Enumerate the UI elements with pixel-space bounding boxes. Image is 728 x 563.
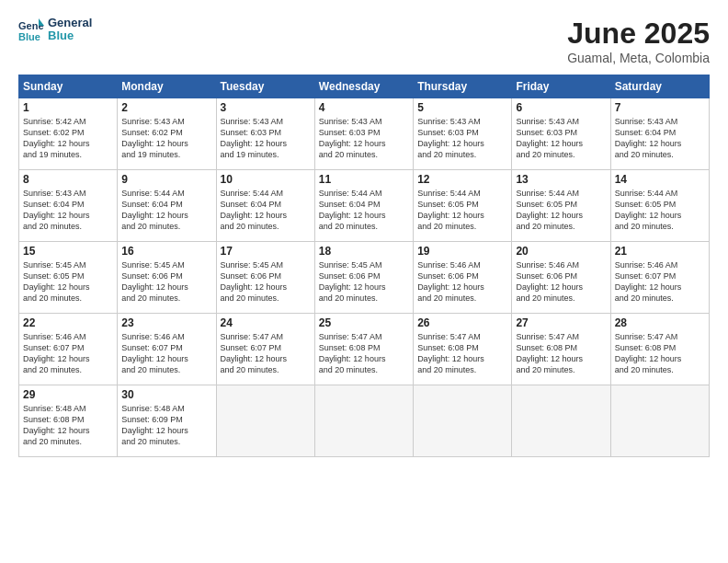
calendar-cell: 19Sunrise: 5:46 AMSunset: 6:06 PMDayligh… [414,242,512,314]
cell-daylight-text: Sunrise: 5:44 AMSunset: 6:05 PMDaylight:… [417,188,507,233]
calendar-cell: 3Sunrise: 5:43 AMSunset: 6:03 PMDaylight… [216,98,314,170]
cell-daylight-text: Sunrise: 5:44 AMSunset: 6:05 PMDaylight:… [615,188,705,233]
calendar-cell: 13Sunrise: 5:44 AMSunset: 6:05 PMDayligh… [512,170,610,242]
cell-daylight-text: Sunrise: 5:48 AMSunset: 6:09 PMDaylight:… [121,403,211,448]
day-number: 15 [23,245,113,258]
calendar-cell: 9Sunrise: 5:44 AMSunset: 6:04 PMDaylight… [118,170,216,242]
day-number: 25 [319,316,409,329]
calendar-cell: 6Sunrise: 5:43 AMSunset: 6:03 PMDaylight… [512,98,610,170]
day-number: 2 [121,101,211,114]
calendar-cell: 26Sunrise: 5:47 AMSunset: 6:08 PMDayligh… [414,314,512,385]
cell-daylight-text: Sunrise: 5:45 AMSunset: 6:06 PMDaylight:… [221,259,311,304]
day-number: 14 [615,173,705,186]
day-number: 23 [121,316,211,329]
calendar-week-row: 15Sunrise: 5:45 AMSunset: 6:05 PMDayligh… [19,242,710,314]
day-number: 21 [615,245,705,258]
logo-icon: General Blue [18,17,44,42]
day-number: 29 [23,388,113,401]
cell-daylight-text: Sunrise: 5:47 AMSunset: 6:08 PMDaylight:… [516,331,606,376]
calendar-week-row: 8Sunrise: 5:43 AMSunset: 6:04 PMDaylight… [19,170,710,242]
cell-daylight-text: Sunrise: 5:45 AMSunset: 6:06 PMDaylight:… [319,259,409,304]
cell-daylight-text: Sunrise: 5:46 AMSunset: 6:06 PMDaylight:… [516,259,606,304]
logo-line1: General [48,17,92,29]
cell-daylight-text: Sunrise: 5:46 AMSunset: 6:06 PMDaylight:… [417,259,507,304]
calendar-week-row: 1Sunrise: 5:42 AMSunset: 6:02 PMDaylight… [19,98,710,170]
day-number: 30 [121,388,211,401]
day-number: 27 [516,316,606,329]
day-number: 22 [23,316,113,329]
cell-daylight-text: Sunrise: 5:47 AMSunset: 6:07 PMDaylight:… [221,331,311,376]
cell-daylight-text: Sunrise: 5:47 AMSunset: 6:08 PMDaylight:… [319,331,409,376]
cell-daylight-text: Sunrise: 5:46 AMSunset: 6:07 PMDaylight:… [121,331,211,376]
weekday-header-cell: Tuesday [216,75,314,98]
weekday-header-cell: Friday [512,75,610,98]
calendar-week-row: 22Sunrise: 5:46 AMSunset: 6:07 PMDayligh… [19,314,710,385]
cell-daylight-text: Sunrise: 5:47 AMSunset: 6:08 PMDaylight:… [615,331,705,376]
calendar-cell: 11Sunrise: 5:44 AMSunset: 6:04 PMDayligh… [314,170,413,242]
calendar-cell: 30Sunrise: 5:48 AMSunset: 6:09 PMDayligh… [118,385,216,457]
weekday-header-cell: Thursday [414,75,512,98]
cell-daylight-text: Sunrise: 5:42 AMSunset: 6:02 PMDaylight:… [23,116,113,161]
weekday-header-cell: Sunday [19,75,118,98]
calendar-cell: 29Sunrise: 5:48 AMSunset: 6:08 PMDayligh… [19,385,118,457]
cell-daylight-text: Sunrise: 5:43 AMSunset: 6:02 PMDaylight:… [121,116,211,161]
day-number: 12 [417,173,507,186]
day-number: 19 [417,245,507,258]
calendar-cell: 20Sunrise: 5:46 AMSunset: 6:06 PMDayligh… [512,242,610,314]
calendar-cell: 22Sunrise: 5:46 AMSunset: 6:07 PMDayligh… [19,314,118,385]
calendar-cell: 25Sunrise: 5:47 AMSunset: 6:08 PMDayligh… [314,314,413,385]
day-number: 10 [221,173,311,186]
day-number: 7 [615,101,705,114]
calendar-cell: 2Sunrise: 5:43 AMSunset: 6:02 PMDaylight… [118,98,216,170]
day-number: 11 [319,173,409,186]
day-number: 17 [221,245,311,258]
day-number: 28 [615,316,705,329]
cell-daylight-text: Sunrise: 5:44 AMSunset: 6:04 PMDaylight:… [121,188,211,233]
calendar-cell [414,385,512,457]
calendar-cell: 27Sunrise: 5:47 AMSunset: 6:08 PMDayligh… [512,314,610,385]
day-number: 26 [417,316,507,329]
calendar-table: SundayMondayTuesdayWednesdayThursdayFrid… [18,75,710,457]
page: General Blue General Blue June 2025 Guam… [0,0,728,563]
location: Guamal, Meta, Colombia [567,51,710,65]
calendar-cell: 7Sunrise: 5:43 AMSunset: 6:04 PMDaylight… [610,98,709,170]
calendar-cell: 24Sunrise: 5:47 AMSunset: 6:07 PMDayligh… [216,314,314,385]
svg-text:Blue: Blue [18,31,40,42]
day-number: 6 [516,101,606,114]
month-title: June 2025 [567,17,710,51]
cell-daylight-text: Sunrise: 5:45 AMSunset: 6:06 PMDaylight:… [121,259,211,304]
cell-daylight-text: Sunrise: 5:44 AMSunset: 6:04 PMDaylight:… [221,188,311,233]
cell-daylight-text: Sunrise: 5:46 AMSunset: 6:07 PMDaylight:… [23,331,113,376]
cell-daylight-text: Sunrise: 5:43 AMSunset: 6:03 PMDaylight:… [417,116,507,161]
title-area: June 2025 Guamal, Meta, Colombia [567,17,710,65]
weekday-header-row: SundayMondayTuesdayWednesdayThursdayFrid… [19,75,710,98]
calendar-cell: 16Sunrise: 5:45 AMSunset: 6:06 PMDayligh… [118,242,216,314]
logo-line2: Blue [48,29,92,42]
cell-daylight-text: Sunrise: 5:44 AMSunset: 6:04 PMDaylight:… [319,188,409,233]
day-number: 20 [516,245,606,258]
calendar-cell: 23Sunrise: 5:46 AMSunset: 6:07 PMDayligh… [118,314,216,385]
cell-daylight-text: Sunrise: 5:43 AMSunset: 6:03 PMDaylight:… [319,116,409,161]
cell-daylight-text: Sunrise: 5:48 AMSunset: 6:08 PMDaylight:… [23,403,113,448]
calendar-cell: 4Sunrise: 5:43 AMSunset: 6:03 PMDaylight… [314,98,413,170]
day-number: 5 [417,101,507,114]
calendar-cell: 18Sunrise: 5:45 AMSunset: 6:06 PMDayligh… [314,242,413,314]
day-number: 8 [23,173,113,186]
cell-daylight-text: Sunrise: 5:43 AMSunset: 6:04 PMDaylight:… [615,116,705,161]
calendar-cell: 10Sunrise: 5:44 AMSunset: 6:04 PMDayligh… [216,170,314,242]
calendar-cell: 8Sunrise: 5:43 AMSunset: 6:04 PMDaylight… [19,170,118,242]
calendar-cell: 12Sunrise: 5:44 AMSunset: 6:05 PMDayligh… [414,170,512,242]
calendar-cell [512,385,610,457]
cell-daylight-text: Sunrise: 5:44 AMSunset: 6:05 PMDaylight:… [516,188,606,233]
day-number: 3 [221,101,311,114]
day-number: 16 [121,245,211,258]
day-number: 1 [23,101,113,114]
calendar-week-row: 29Sunrise: 5:48 AMSunset: 6:08 PMDayligh… [19,385,710,457]
weekday-header-cell: Monday [118,75,216,98]
cell-daylight-text: Sunrise: 5:43 AMSunset: 6:04 PMDaylight:… [23,188,113,233]
calendar-cell [610,385,709,457]
day-number: 18 [319,245,409,258]
calendar-cell: 1Sunrise: 5:42 AMSunset: 6:02 PMDaylight… [19,98,118,170]
cell-daylight-text: Sunrise: 5:43 AMSunset: 6:03 PMDaylight:… [516,116,606,161]
calendar-cell: 21Sunrise: 5:46 AMSunset: 6:07 PMDayligh… [610,242,709,314]
